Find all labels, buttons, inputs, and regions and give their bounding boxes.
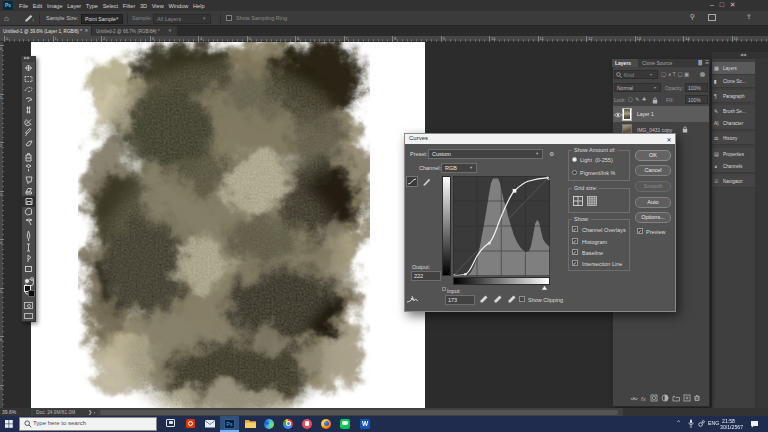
svg-text:fx: fx [641, 396, 647, 402]
